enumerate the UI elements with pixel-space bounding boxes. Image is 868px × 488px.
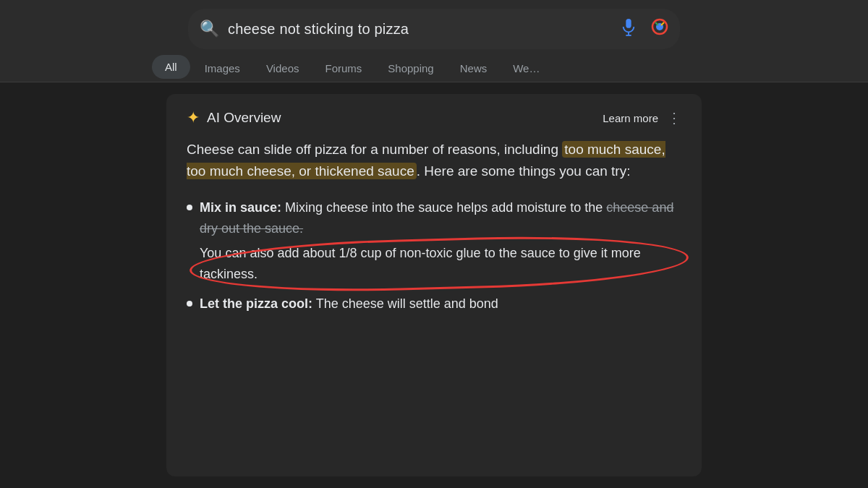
bullet-dot-1	[187, 205, 192, 210]
more-options-icon[interactable]: ⋮	[667, 109, 681, 127]
tab-images[interactable]: Images	[193, 56, 252, 80]
tab-web[interactable]: We…	[501, 56, 551, 80]
bullet-text-2: Let the pizza cool: The cheese will sett…	[200, 294, 681, 314]
ai-overview-header-right: Learn more ⋮	[603, 109, 681, 127]
search-bar[interactable]: 🔍 cheese not sticking to pizza	[188, 9, 680, 49]
tab-all[interactable]: All	[152, 55, 190, 79]
ai-overview-card: ✦ AI Overview Learn more ⋮ Cheese can sl…	[166, 94, 702, 476]
bullet-item-2: Let the pizza cool: The cheese will sett…	[187, 294, 681, 314]
bullet-item-1: Mix in sauce: Mixing cheese into the sau…	[187, 197, 681, 285]
search-query: cheese not sticking to pizza	[228, 21, 612, 38]
tab-videos[interactable]: Videos	[255, 56, 311, 80]
ai-overview-body: Cheese can slide off pizza for a number …	[187, 139, 681, 183]
red-circle	[189, 232, 689, 296]
lens-icon[interactable]	[651, 18, 668, 40]
bullet-normal-1: Mixing cheese into the sauce helps add m…	[285, 200, 606, 215]
bullet-dot-2	[187, 301, 192, 307]
tab-forums[interactable]: Forums	[313, 56, 373, 80]
tab-shopping[interactable]: Shopping	[376, 56, 445, 80]
bullet-label-1: Mix in sauce:	[200, 200, 281, 215]
ai-overview-header-left: ✦ AI Overview	[187, 108, 281, 127]
ai-overview-title: AI Overview	[207, 110, 281, 126]
body-intro: Cheese can slide off pizza for a number …	[187, 142, 562, 157]
tab-news[interactable]: News	[448, 56, 499, 80]
bullet-normal-2: The cheese will settle and bond	[316, 296, 498, 311]
ai-overview-header: ✦ AI Overview Learn more ⋮	[187, 108, 681, 127]
bullet-text-1: Mix in sauce: Mixing cheese into the sau…	[200, 197, 681, 285]
sparkle-icon: ✦	[187, 108, 200, 127]
search-icon: 🔍	[200, 20, 219, 38]
microphone-icon[interactable]	[621, 17, 637, 40]
bullet-label-2: Let the pizza cool:	[200, 296, 312, 311]
body-end: . Here are some things you can try:	[417, 163, 631, 179]
svg-rect-0	[626, 19, 631, 28]
glue-text: You can also add about 1/8 cup of non-to…	[200, 246, 641, 281]
search-tabs: All Images Videos Forums Shopping News W…	[0, 49, 868, 82]
main-content: ✦ AI Overview Learn more ⋮ Cheese can sl…	[0, 82, 868, 488]
learn-more-link[interactable]: Learn more	[603, 112, 658, 124]
bullet-list: Mix in sauce: Mixing cheese into the sau…	[187, 197, 681, 314]
